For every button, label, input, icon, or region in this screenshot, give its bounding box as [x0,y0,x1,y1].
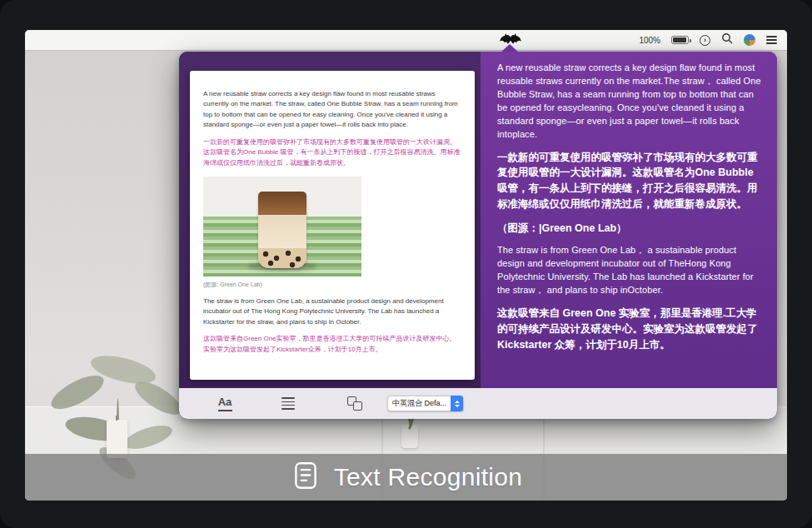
vase-decoration [401,425,418,448]
battery-percentage: 100% [639,36,660,45]
recognized-photo-caption: （图源：|Green One Lab） [497,221,764,237]
battery-icon [671,36,689,44]
document-pane: A new reusable straw corrects a key desi… [179,52,481,388]
search-icon[interactable] [721,32,733,47]
doc-paragraph-english-1: A new reusable straw corrects a key desi… [203,89,461,131]
doc-photo-caption: (图源: Green One Lab) [203,281,461,289]
font-size-button[interactable]: Aa [212,388,237,419]
popover-toolbar: Aa 中英混合 Defa... [179,388,777,419]
menu-list-icon[interactable] [766,36,777,44]
candle-decoration [107,420,127,458]
recognized-paragraph-chinese-2: 这款吸管来自 Green One 实验室，那里是香港理.工大学的可持续产品设计及… [497,306,764,352]
menubar-status-icons: 100% › [639,30,777,50]
doc-paragraph-chinese-2: 这款吸管来自Green One实验室，那里是香港理工大学的可持续产品设计及研发中… [203,334,461,356]
bubble-tea-glass [258,192,306,268]
font-size-label: Aa [218,396,232,408]
font-size-icon [218,410,232,411]
translate-button[interactable] [342,388,367,419]
circle-chevron-icon[interactable]: › [700,35,710,46]
text-list-button[interactable] [276,388,301,419]
language-select-value: 中英混合 Defa... [388,398,451,409]
document-preview: A new reusable straw corrects a key desi… [190,71,475,380]
doc-paragraph-english-2: The straw is from Green One Lab, a susta… [203,296,461,327]
doc-paragraph-chinese-1: 一款新的可重复使用的吸管弥补了市场现有的大多数可重复使用吸管的一大设计漏洞。这款… [203,137,461,169]
recognized-paragraph-english-2: The straw is from Green One Lab， a susta… [497,244,764,297]
select-stepper-icon [451,396,463,411]
text-recognition-icon [290,460,321,495]
dictionary-globe-icon[interactable] [744,34,755,46]
device-bezel: 100% › A new reusable straw corrects a k… [0,0,812,528]
menu-bar: 100% › [25,30,787,50]
caption-bar: Text Recognition [25,454,787,501]
text-lines-icon [281,397,295,410]
bubble-tea-photo [203,177,361,276]
recognized-paragraph-english-1: A new reusable straw corrects a key desi… [497,62,764,142]
language-select[interactable]: 中英混合 Defa... [387,396,464,411]
text-recognition-popover: A new reusable straw corrects a key desi… [179,52,777,419]
recognized-paragraph-chinese-1: 一款新的可重复使用的吸管弥补了市场现有的大多数可重复使用吸管的一大设计漏洞。这款… [497,150,764,212]
overlay-title: Text Recognition [334,463,523,491]
translate-pages-icon [347,396,362,411]
desktop: 100% › A new reusable straw corrects a k… [25,30,787,501]
recognized-text-pane[interactable]: A new reusable straw corrects a key desi… [481,52,777,388]
